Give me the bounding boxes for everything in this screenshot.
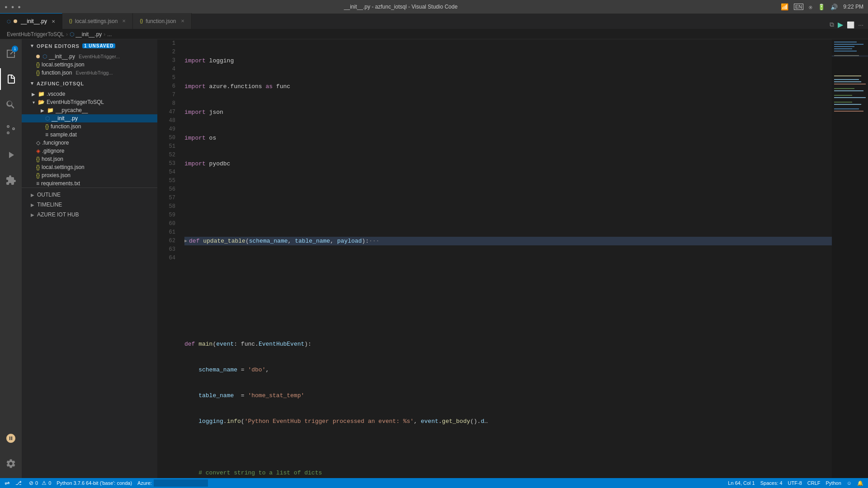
tab-function-json[interactable]: {} function.json ✕ [133,13,191,29]
folder-icon: 📁 [47,107,54,113]
tree-function-json[interactable]: {} function.json [22,122,157,131]
section-arrow: ▾ [31,80,34,86]
collapse-arrow: ▶ [31,92,36,97]
warning-icon: ⚠ [42,480,47,486]
timeline-section[interactable]: ▶ TIMELINE [22,200,157,210]
tree-gitignore[interactable]: ◈ .gitignore [22,147,157,155]
project-header[interactable]: ▾ AZFUNC_IOTSQL [22,77,157,90]
feedback-icon: ☺ [847,480,852,486]
tree-requirements-txt[interactable]: ≡ requirements.txt [22,179,157,188]
tab-close-icon[interactable]: ✕ [122,19,126,23]
open-editors-header[interactable]: ▾ OPEN EDITORS 1 UNSAVED [22,39,157,52]
tree-eventhub-folder[interactable]: ▾ 📂 EventHubTriggerToSQL [22,98,157,106]
svg-rect-19 [834,111,863,112]
svg-rect-16 [834,102,852,103]
arrow-icon: ▶ [31,192,34,197]
breadcrumb-part-1[interactable]: EventHubTriggerToSQL [7,31,64,38]
activity-settings[interactable] [0,453,22,474]
folder-icon: 📂 [38,99,45,105]
tree-local-settings-json[interactable]: {} local.settings.json [22,163,157,171]
code-line-4: import os [184,134,832,142]
py-file-icon: ⬡ [45,115,50,122]
titlebar: ● ● ● __init__.py - azfunc_iotsql - Visu… [0,0,868,14]
svg-rect-7 [832,55,868,57]
activity-remote[interactable] [0,427,22,449]
language-mode[interactable]: Python [826,480,841,486]
cursor-label: Ln 64, Col 1 [728,480,755,486]
tab-close-icon[interactable]: ✕ [52,19,55,24]
line-ending[interactable]: CRLF [807,480,821,486]
feedback[interactable]: ☺ [847,480,852,486]
activity-source-control[interactable] [0,119,22,141]
git-file-icon: ◈ [36,148,40,154]
python-version[interactable]: Python 3.7.6 64-bit ('base': conda) [57,480,132,486]
tree-proxies-json[interactable]: {} proxies.json [22,171,157,179]
fold-arrow[interactable]: ▶ [184,237,187,245]
tab-local-settings[interactable]: {} local.settings.json ✕ [62,13,133,29]
azure-iot-label: AZURE IOT HUB [37,211,79,218]
bluetooth-icon: ⍟ [809,4,812,10]
activity-explorer[interactable]: 1 [0,43,22,65]
azure-iot-section[interactable]: ▶ AZURE IOT HUB [22,210,157,220]
file-icon: ≡ [36,180,39,187]
code-area[interactable]: import logging import azure.functions as… [180,39,832,478]
tree-init-py[interactable]: ⬡ __init__.py [22,114,157,122]
open-editors-label: OPEN EDITORS [37,43,80,49]
arrow-icon: ▶ [31,202,34,207]
breadcrumb-part-3[interactable]: ... [107,31,112,38]
titlebar-title: __init__.py - azfunc_iotsql - Visual Stu… [344,4,458,10]
error-icon: ⊘ [29,480,33,486]
azure-status[interactable]: Azure: [137,479,208,487]
open-editor-function-json[interactable]: {} function.json EventHubTrigg... [22,69,157,77]
tree-sample-dat[interactable]: ≡ sample.dat [22,131,157,139]
tree-host-json[interactable]: {} host.json [22,155,157,163]
json-file-icon: {} [36,70,40,76]
minimap-visual [832,39,868,319]
git-branch[interactable]: ⎇ [15,480,24,486]
remote-indicator[interactable]: ⇌ [5,479,10,487]
run-icon[interactable]: ▶ [838,20,843,29]
encoding[interactable]: UTF-8 [788,480,802,486]
tree-funcignore[interactable]: ◇ .funcignore [22,139,157,147]
open-editor-local-settings[interactable]: {} local.settings.json [22,61,157,69]
code-line-6 [184,185,832,194]
notifications[interactable]: 🔔 [857,480,863,486]
activity-run[interactable] [0,144,22,166]
code-line-55: # convert string to a list of dicts [184,469,832,477]
activity-files[interactable] [0,68,22,90]
breadcrumb-part-2[interactable]: ⬡ __init__.py [70,31,102,38]
timeline-label: TIMELINE [37,202,62,208]
json-file-icon: {} [36,61,40,68]
more-actions-icon[interactable]: ··· [858,21,863,28]
remote-icon: ⇌ [5,479,10,487]
layout-icon[interactable]: ⬜ [847,21,854,28]
tab-bar: ⬡ __init__.py ✕ {} local.settings.json ✕… [0,14,868,29]
battery-icon: 🔋 [818,4,825,10]
azure-input[interactable] [154,479,208,487]
open-editor-init-py[interactable]: ⬡ __init__.py EventHubTrigger... [22,52,157,61]
py-icon: ⬡ [7,19,11,24]
svg-rect-5 [834,51,857,52]
tab-init-py[interactable]: ⬡ __init__.py ✕ [0,13,62,29]
editor-content[interactable]: 1 2 3 4 5 6 7 8 47 48 49 50 51 52 53 54 [157,39,868,478]
statusbar: ⇌ ⎇ ⊘ 0 ⚠ 0 Python 3.7.6 64-bit ('base':… [0,478,868,488]
python-version-label: Python 3.7.6 64-bit ('base': conda) [57,480,132,486]
code-line-50: def main(event: func.EventHubEvent): [184,340,832,348]
activity-search[interactable] [0,94,22,115]
volume-icon: 🔊 [830,4,838,10]
svg-rect-4 [834,48,852,49]
tab-label: __init__.py [21,18,47,24]
project-label: AZFUNC_IOTSQL [37,81,84,86]
errors-warnings[interactable]: ⊘ 0 ⚠ 0 [29,480,51,486]
tree-pycache[interactable]: ▶ 📁 __pycache__ [22,106,157,114]
breadcrumb: EventHubTriggerToSQL › ⬡ __init__.py › .… [0,29,868,39]
cursor-position[interactable]: Ln 64, Col 1 [728,480,755,486]
outline-section[interactable]: ▶ OUTLINE [22,190,157,200]
svg-rect-3 [834,46,854,47]
code-line-51: schema_name = 'dbo', [184,366,832,374]
indentation[interactable]: Spaces: 4 [760,480,783,486]
tab-close-icon[interactable]: ✕ [181,19,184,23]
split-editor-icon[interactable]: ⧉ [830,21,834,28]
tree-vscode[interactable]: ▶ 📁 .vscode [22,90,157,98]
activity-extensions[interactable] [0,169,22,191]
